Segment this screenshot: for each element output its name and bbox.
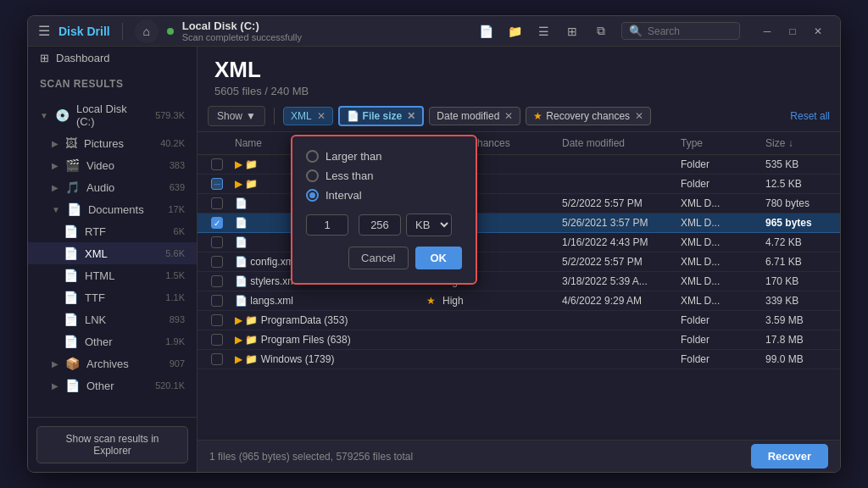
star-filter-icon: ★ — [533, 110, 542, 122]
show-explorer-button[interactable]: Show scan results in Explorer — [36, 426, 188, 463]
range-from-input[interactable] — [306, 214, 348, 236]
checkbox[interactable] — [211, 236, 223, 248]
dashboard-label: Dashboard — [56, 52, 110, 64]
sidebar-item-pictures[interactable]: ▶ 🖼 Pictures 40.2K — [28, 132, 197, 154]
sidebar-item-lnk[interactable]: 📄 LNK 893 — [28, 308, 197, 330]
radio-less-than[interactable]: Less than — [306, 169, 462, 182]
row-date — [559, 183, 677, 185]
sidebar-count-html: 1.5K — [165, 270, 185, 280]
sidebar-item-rtf[interactable]: 📄 RTF 6K — [28, 220, 197, 242]
range-to-input[interactable] — [359, 214, 401, 236]
search-input[interactable] — [648, 25, 732, 37]
col-type[interactable]: Type — [677, 136, 762, 151]
filter-tag-filesize[interactable]: 📄 File size ✕ — [338, 106, 425, 126]
recover-button[interactable]: Recover — [751, 444, 828, 469]
row-date: 3/18/2022 5:39 A... — [559, 274, 677, 288]
close-xml-filter-icon[interactable]: ✕ — [317, 110, 326, 122]
chevron-right-icon-audio: ▶ — [52, 183, 58, 192]
sidebar-item-video[interactable]: ▶ 🎬 Video 383 — [28, 154, 197, 176]
search-box[interactable]: 🔍 — [621, 22, 740, 40]
close-recovery-filter-icon[interactable]: ✕ — [635, 110, 643, 122]
radio-circle-interval — [306, 189, 319, 202]
close-date-filter-icon[interactable]: ✕ — [504, 110, 513, 122]
show-filter-label: Show — [217, 110, 242, 122]
list-view-icon[interactable]: ☰ — [531, 21, 555, 42]
checkbox-checked[interactable]: ✓ — [211, 217, 223, 229]
row-checkbox[interactable] — [208, 158, 231, 171]
sidebar-item-xml[interactable]: 📄 XML 5.6K — [28, 242, 197, 264]
sidebar-item-html[interactable]: 📄 HTML 1.5K — [28, 264, 197, 286]
popup-ok-button[interactable]: OK — [415, 247, 463, 269]
sidebar-label-html: HTML — [85, 269, 159, 282]
checkbox[interactable] — [211, 275, 223, 287]
checkbox[interactable] — [211, 197, 223, 209]
scan-results-header: Scan results — [28, 69, 197, 98]
radio-interval[interactable]: Interval — [306, 189, 462, 202]
filter-tag-recovery[interactable]: ★ Recovery chances ✕ — [526, 107, 651, 125]
app-window: ☰ Disk Drill ⌂ Local Disk (C:) Scan comp… — [27, 15, 841, 473]
row-checkbox[interactable] — [208, 333, 231, 347]
close-filesize-filter-icon[interactable]: ✕ — [407, 110, 415, 122]
filter-tag-xml[interactable]: XML ✕ — [283, 107, 333, 125]
reset-all-button[interactable]: Reset all — [790, 110, 830, 122]
checkbox[interactable] — [211, 314, 223, 326]
sidebar-item-ttf[interactable]: 📄 TTF 1.1K — [28, 286, 197, 308]
checkbox[interactable] — [211, 158, 223, 170]
row-checkbox[interactable] — [208, 197, 231, 210]
row-checkbox[interactable] — [208, 255, 231, 269]
window-controls: ─ □ ✕ — [755, 21, 830, 42]
right-panel: XML 5605 files / 240 MB Show ▼ XML ✕ 📄 F… — [198, 47, 840, 472]
close-button[interactable]: ✕ — [806, 21, 830, 42]
table-row[interactable]: ▶ 📁 ProgramData (353) Folder 3.59 MB — [198, 311, 840, 330]
table-row[interactable]: ▶ 📁 Program Files (638) Folder 17.8 MB — [198, 330, 840, 350]
grid-view-icon[interactable]: ⊞ — [560, 21, 584, 42]
row-name: ▶ 📁 Program Files (638) — [231, 333, 423, 347]
checkbox[interactable] — [211, 353, 223, 365]
checkbox-partial[interactable]: ─ — [211, 178, 223, 190]
row-date — [559, 339, 677, 341]
folder-icon[interactable]: 📁 — [503, 21, 526, 42]
sidebar-item-other-docs[interactable]: 📄 Other 1.9K — [28, 330, 197, 352]
row-size: 6.71 KB — [762, 255, 830, 269]
checkbox[interactable] — [211, 334, 223, 346]
sidebar-item-documents[interactable]: ▼ 📄 Documents 17K — [28, 198, 197, 220]
other-docs-icon: 📄 — [64, 335, 78, 348]
table-row[interactable]: ▶ 📁 Windows (1739) Folder 99.0 MB — [198, 350, 840, 369]
maximize-button[interactable]: □ — [781, 21, 804, 42]
html-icon: 📄 — [64, 269, 78, 282]
row-checkbox[interactable] — [208, 274, 231, 288]
row-checkbox[interactable] — [208, 236, 231, 249]
sidebar-item-local-disk[interactable]: ▼ 💿 Local Disk (C:) 579.3K — [28, 98, 197, 132]
sidebar-count-lnk: 893 — [170, 314, 185, 324]
unit-select[interactable]: KB MB GB — [406, 214, 452, 236]
row-checkbox[interactable] — [208, 352, 231, 366]
show-filter-button[interactable]: Show ▼ — [208, 106, 265, 126]
row-checkbox[interactable] — [208, 294, 231, 308]
row-type: Folder — [677, 158, 762, 171]
home-button[interactable]: ⌂ — [135, 19, 159, 43]
split-view-icon[interactable]: ⧉ — [589, 21, 613, 42]
new-file-icon[interactable]: 📄 — [474, 21, 498, 42]
panel-header: XML 5605 files / 240 MB — [198, 47, 840, 101]
sidebar-item-dashboard[interactable]: ⊞ Dashboard — [28, 47, 197, 69]
col-date[interactable]: Date modified — [559, 136, 677, 151]
row-checkbox[interactable] — [208, 313, 231, 327]
sidebar-label-ttf: TTF — [85, 291, 159, 304]
row-checkbox[interactable]: ─ — [208, 177, 231, 191]
minimize-button[interactable]: ─ — [755, 21, 779, 42]
sidebar-item-other[interactable]: ▶ 📄 Other 520.1K — [28, 374, 197, 396]
sidebar-item-audio[interactable]: ▶ 🎵 Audio 639 — [28, 176, 197, 198]
folder-icon: ▶ 📁 — [235, 178, 258, 190]
popup-cancel-button[interactable]: Cancel — [348, 247, 408, 269]
checkbox[interactable] — [211, 295, 223, 307]
folder-icon: ▶ 📁 — [235, 314, 258, 326]
menu-icon[interactable]: ☰ — [38, 23, 50, 39]
checkbox[interactable] — [211, 256, 223, 268]
table-row[interactable]: 📄 langs.xml ★ High 4/6/2022 9:29 AM XML … — [198, 291, 840, 311]
radio-larger-than[interactable]: Larger than — [306, 150, 462, 163]
popup-actions: Cancel OK — [306, 247, 462, 269]
sidebar-item-archives[interactable]: ▶ 📦 Archives 907 — [28, 352, 197, 374]
filter-tag-date[interactable]: Date modified ✕ — [429, 107, 520, 125]
col-size[interactable]: Size ↓ — [762, 136, 830, 151]
row-checkbox[interactable]: ✓ — [208, 216, 231, 230]
